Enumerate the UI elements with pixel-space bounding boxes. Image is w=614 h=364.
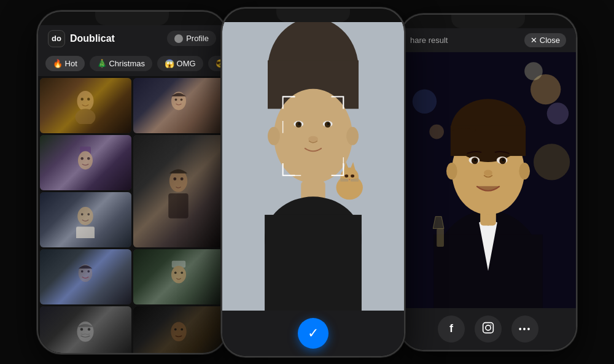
result-view: [400, 52, 576, 308]
svg-point-1: [76, 109, 96, 124]
tab-hot-label: 🔥 Hot: [53, 59, 77, 68]
logo-text: do: [52, 34, 61, 43]
facebook-button[interactable]: f: [438, 316, 465, 343]
gif-cell-doctor[interactable]: [133, 249, 225, 304]
phone-middle: ✓: [221, 7, 405, 357]
svg-point-93: [486, 325, 491, 330]
middle-phone-screen: ✓: [222, 9, 404, 356]
gif-cell-old[interactable]: [40, 306, 131, 353]
gif-cell-woman[interactable]: [133, 78, 225, 133]
tab-christmas-label: 🎄 Christmas: [97, 59, 145, 68]
svg-point-17: [88, 213, 90, 215]
phone-right: hare result ✕ Close: [399, 14, 577, 351]
gif-old-inner: [40, 306, 131, 353]
svg-point-5: [174, 98, 177, 101]
svg-point-47: [327, 122, 330, 125]
result-header: hare result ✕ Close: [400, 28, 576, 52]
capture-button[interactable]: ✓: [298, 318, 328, 349]
svg-point-31: [181, 328, 183, 330]
instagram-icon: [482, 322, 494, 336]
svg-point-0: [77, 91, 94, 111]
svg-point-3: [87, 98, 90, 101]
app-logo: do Doublicat: [48, 30, 115, 47]
gif-woman-inner: [133, 78, 225, 133]
tab-omg[interactable]: 😱 OMG: [157, 56, 203, 71]
profile-button[interactable]: Profile: [167, 31, 216, 46]
svg-rect-53: [265, 214, 362, 310]
gif-cell-chris[interactable]: [40, 192, 131, 247]
gif-marion-inner: [40, 249, 131, 304]
check-icon: ✓: [308, 325, 319, 341]
svg-rect-90: [437, 228, 444, 247]
more-icon: •••: [519, 324, 532, 334]
svg-rect-14: [169, 193, 189, 219]
svg-point-2: [81, 98, 84, 101]
svg-point-72: [534, 144, 570, 180]
tab-omg-label: 😱 OMG: [165, 59, 196, 68]
svg-point-71: [429, 124, 444, 139]
svg-point-13: [181, 177, 184, 180]
svg-point-87: [474, 158, 476, 161]
tab-christmas[interactable]: 🎄 Christmas: [90, 56, 152, 71]
profile-label: Profile: [186, 34, 209, 43]
social-bar: f •••: [400, 308, 576, 350]
profile-icon: [174, 34, 183, 43]
gif-chris-inner: [40, 192, 131, 247]
more-button[interactable]: •••: [511, 316, 538, 343]
svg-rect-18: [76, 227, 95, 238]
svg-point-58: [344, 174, 348, 177]
app-header: do Doublicat Profile: [38, 25, 226, 51]
close-x: ✕: [530, 36, 537, 45]
share-result-text: hare result: [410, 36, 448, 45]
facebook-icon: f: [449, 322, 453, 335]
camera-view: [222, 22, 404, 311]
instagram-button[interactable]: [475, 316, 502, 343]
svg-point-89: [484, 169, 492, 176]
svg-point-82: [519, 162, 530, 179]
logo-icon: do: [48, 30, 65, 47]
gif-cell-kanye[interactable]: [133, 306, 225, 353]
gif-cell-willy[interactable]: [40, 135, 131, 190]
camera-screen: [222, 22, 404, 311]
camera-bottom: ✓: [222, 311, 404, 356]
gif-cell-marion[interactable]: [40, 249, 131, 304]
svg-point-15: [78, 207, 94, 225]
svg-point-12: [174, 177, 177, 180]
gif-kanye-inner: [133, 306, 225, 353]
gif-leo-inner: [40, 78, 131, 133]
gif-ironman-inner: [133, 135, 225, 247]
svg-point-30: [174, 328, 177, 330]
svg-point-46: [298, 122, 300, 125]
close-label: Close: [540, 36, 560, 45]
svg-point-49: [268, 126, 280, 145]
phones-container: do Doublicat Profile 🔥 Hot 🎄 Christmas: [37, 7, 577, 357]
right-phone-screen: hare result ✕ Close: [400, 15, 576, 350]
svg-point-16: [81, 213, 84, 215]
close-button[interactable]: ✕ Close: [524, 33, 566, 47]
svg-point-50: [346, 126, 359, 145]
svg-point-6: [180, 98, 182, 101]
svg-rect-92: [483, 322, 494, 333]
phone-left: do Doublicat Profile 🔥 Hot 🎄 Christmas: [37, 10, 227, 354]
svg-point-59: [351, 174, 354, 177]
svg-point-68: [547, 103, 569, 125]
tab-hot[interactable]: 🔥 Hot: [45, 56, 85, 71]
app-name: Doublicat: [70, 33, 115, 44]
svg-point-25: [181, 271, 183, 274]
gif-grid: [38, 76, 226, 353]
svg-point-21: [88, 270, 90, 273]
svg-point-9: [81, 157, 84, 160]
svg-point-29: [171, 322, 187, 341]
svg-point-88: [502, 158, 505, 161]
filter-tabs: 🔥 Hot 🎄 Christmas 😱 OMG 😎 C: [38, 51, 226, 76]
svg-point-10: [87, 157, 90, 160]
gif-doctor-inner: [133, 249, 225, 304]
svg-point-8: [78, 151, 93, 169]
gif-cell-ironman[interactable]: [133, 135, 225, 247]
svg-point-69: [524, 62, 543, 80]
svg-point-70: [413, 89, 437, 113]
gif-cell-leo[interactable]: [40, 78, 131, 133]
svg-point-27: [80, 328, 84, 331]
svg-point-24: [174, 271, 177, 274]
svg-point-81: [446, 162, 457, 179]
